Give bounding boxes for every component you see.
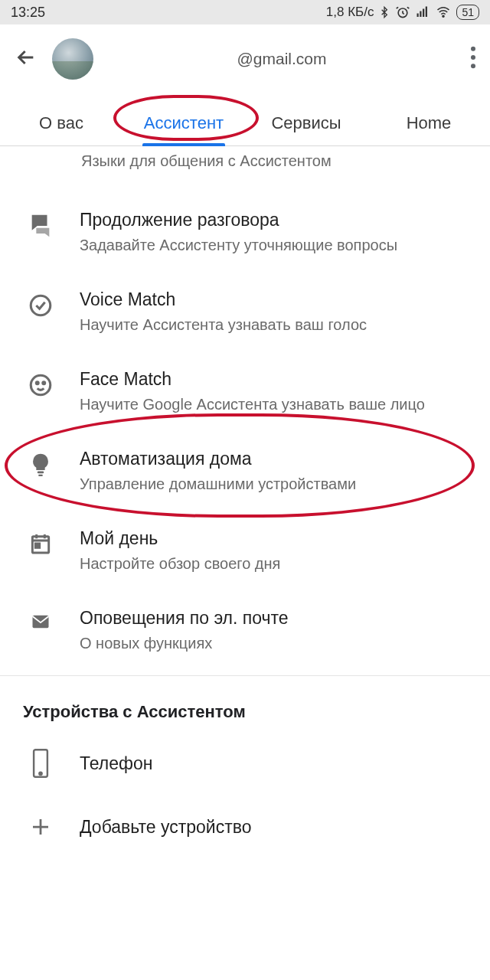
tab-home[interactable]: Home bbox=[368, 100, 490, 145]
check-circle-icon bbox=[28, 292, 54, 318]
item-subtitle: Настройте обзор своего дня bbox=[80, 554, 473, 574]
item-email-notifications[interactable]: Оповещения по эл. почте О новых функциях bbox=[0, 591, 490, 671]
svg-point-6 bbox=[471, 47, 475, 51]
item-subtitle: О новых функциях bbox=[80, 633, 473, 654]
svg-point-9 bbox=[31, 296, 51, 315]
calendar-icon bbox=[28, 531, 53, 556]
svg-rect-4 bbox=[426, 7, 427, 18]
item-title: Мой день bbox=[80, 528, 473, 549]
status-bar: 13:25 1,8 КБ/с 51 bbox=[0, 0, 490, 24]
item-subtitle: Научите Google Ассистента узнавать ваше … bbox=[80, 394, 473, 415]
svg-point-7 bbox=[471, 55, 475, 60]
status-net-speed: 1,8 КБ/с bbox=[326, 5, 374, 20]
settings-list[interactable]: Языки для общения с Ассистентом Продолже… bbox=[0, 146, 490, 975]
tab-bar: О вас Ассистент Сервисы Home bbox=[0, 100, 490, 146]
svg-point-10 bbox=[31, 375, 51, 395]
battery-icon: 51 bbox=[456, 5, 479, 20]
back-button[interactable] bbox=[14, 45, 38, 73]
item-add-device[interactable]: Добавьте устройство bbox=[0, 797, 490, 857]
item-home-automation[interactable]: Автоматизация дома Управление домашними … bbox=[0, 432, 490, 511]
item-my-day[interactable]: Мой день Настройте обзор своего дня bbox=[0, 511, 490, 591]
svg-point-5 bbox=[443, 15, 444, 17]
svg-rect-1 bbox=[417, 14, 419, 18]
item-voice-match[interactable]: Voice Match Научите Ассистента узнавать … bbox=[0, 273, 490, 352]
more-vert-icon bbox=[470, 46, 476, 69]
item-title: Продолжение разговора bbox=[80, 210, 473, 230]
svg-rect-3 bbox=[423, 9, 424, 18]
bulb-icon bbox=[28, 452, 54, 478]
plus-icon bbox=[29, 815, 52, 838]
signal-icon bbox=[415, 5, 430, 19]
phone-icon bbox=[30, 748, 51, 779]
svg-rect-13 bbox=[38, 472, 44, 474]
bluetooth-icon bbox=[378, 5, 390, 20]
item-phone[interactable]: Телефон bbox=[0, 730, 490, 797]
item-continued-conversation[interactable]: Продолжение разговора Задавайте Ассистен… bbox=[0, 193, 490, 273]
item-face-match[interactable]: Face Match Научите Google Ассистента узн… bbox=[0, 352, 490, 432]
item-title: Voice Match bbox=[80, 289, 473, 310]
tab-assistant[interactable]: Ассистент bbox=[122, 100, 245, 145]
svg-rect-16 bbox=[35, 544, 39, 547]
app-bar: @gmail.com bbox=[0, 24, 490, 83]
section-header-devices: Устройства с Ассистентом bbox=[0, 675, 490, 730]
alarm-icon bbox=[395, 5, 410, 20]
item-subtitle: Научите Ассистента узнавать ваш голос bbox=[80, 315, 473, 335]
chat-icon bbox=[28, 213, 54, 239]
item-title: Телефон bbox=[80, 753, 152, 774]
svg-point-12 bbox=[43, 382, 45, 384]
more-button[interactable] bbox=[470, 46, 476, 72]
svg-rect-14 bbox=[38, 475, 43, 476]
svg-rect-2 bbox=[420, 11, 422, 18]
arrow-left-icon bbox=[14, 45, 38, 70]
tab-services[interactable]: Сервисы bbox=[245, 100, 368, 145]
status-time: 13:25 bbox=[11, 5, 45, 21]
wifi-icon bbox=[435, 5, 452, 19]
svg-point-11 bbox=[36, 382, 38, 384]
account-email: @gmail.com bbox=[107, 50, 456, 68]
tab-about[interactable]: О вас bbox=[0, 100, 122, 145]
item-subtitle: Задавайте Ассистенту уточняющие вопросы bbox=[80, 235, 473, 256]
item-subtitle: Управление домашними устройствами bbox=[80, 474, 473, 495]
item-title: Добавьте устройство bbox=[80, 817, 251, 838]
status-icons: 1,8 КБ/с 51 bbox=[326, 5, 479, 20]
avatar[interactable] bbox=[52, 38, 93, 80]
svg-point-8 bbox=[471, 64, 475, 68]
item-title: Face Match bbox=[80, 369, 473, 390]
svg-point-19 bbox=[39, 773, 41, 775]
item-title: Оповещения по эл. почте bbox=[80, 608, 473, 629]
list-item-subtitle: Языки для общения с Ассистентом bbox=[0, 146, 490, 193]
item-title: Автоматизация дома bbox=[80, 449, 473, 469]
mail-icon bbox=[28, 611, 54, 632]
face-icon bbox=[28, 372, 54, 398]
